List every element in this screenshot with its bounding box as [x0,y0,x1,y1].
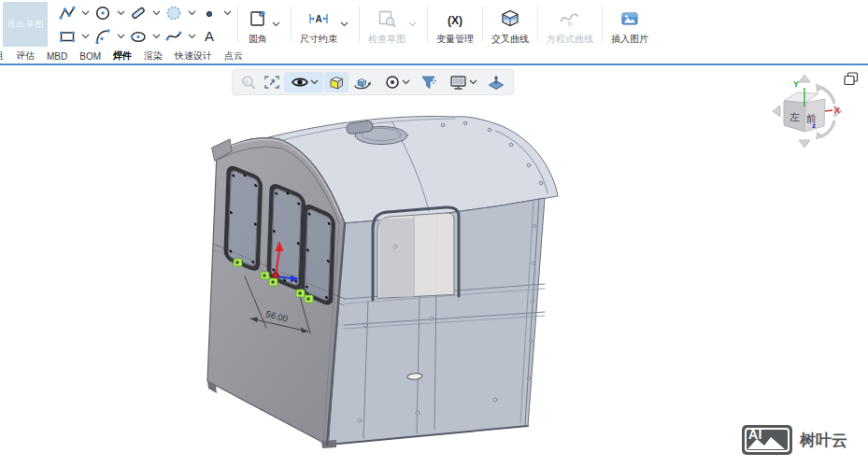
check-sketch-icon [376,4,398,30]
variable-manager-group[interactable]: (X) 变量管理 [430,0,480,49]
arc-dropdown-chevron[interactable] [114,25,127,48]
view-cube-left-label[interactable]: 左 [790,111,800,122]
visibility-eye-button[interactable] [284,72,323,92]
arc-tool-icon[interactable] [92,25,114,48]
ellipse-dropdown-chevron[interactable] [149,25,163,48]
model-3d[interactable]: 56.00 [207,116,558,448]
ribbon-separator [359,7,360,42]
ribbon-separator [602,7,603,42]
watermark: AI 树叶云 [742,425,847,455]
fillet-dropdown-chevron[interactable] [269,13,282,35]
spline-tool-icon[interactable] [163,25,185,48]
tab-render[interactable]: 渲染 [144,50,163,63]
view-toolbar [232,69,514,95]
section-view-button[interactable] [484,72,508,92]
shaded-view-cube-button[interactable] [324,72,349,92]
dimension-constraint-group[interactable]: A 尺寸约束 [293,0,357,49]
check-sketch-dropdown-chevron [406,13,419,35]
insert-image-group[interactable]: 插入图片 [605,0,655,49]
text-tool-glyph: A [205,27,214,46]
restore-window-icon[interactable] [845,73,858,85]
fillet-label: 圆角 [249,33,267,46]
tab-clipped[interactable]: 组 [0,50,4,63]
front-window-1[interactable] [226,166,261,271]
watermark-mountain-icon [742,425,792,455]
tab-rapid-design[interactable]: 快速设计 [175,50,212,63]
rectangle-tool-icon[interactable] [56,25,78,48]
ribbon-separator [237,7,238,42]
door-interior-shadow [379,219,413,297]
intersection-curve-label: 交叉曲线 [491,33,529,46]
ribbon: 退出草图 [0,0,868,49]
insert-image-icon [619,4,641,30]
display-monitor-button[interactable] [442,72,483,92]
tab-evaluate[interactable]: 评估 [16,50,35,63]
point-dropdown-chevron[interactable] [221,2,234,24]
insert-image-label: 插入图片 [611,33,648,46]
zoom-magnifier-icon [237,72,260,92]
viewport-3d[interactable]: 56.00 [0,65,868,467]
zoom-to-fit-button[interactable] [261,72,283,92]
check-sketch-group: 检查草图 [362,0,425,49]
variable-glyph: (X) [448,11,462,30]
base-foot-front [321,440,336,448]
selection-filter-button[interactable] [417,72,441,92]
eye-dropdown-chevron [310,79,319,85]
rectangle-dropdown-chevron[interactable] [78,25,92,48]
ribbon-tabs: 组 评估 MBD BOM 焊件 渲染 快速设计 点云 [0,49,868,64]
slot-tool-icon[interactable] [127,2,149,24]
display-dropdown-chevron [469,79,477,85]
point-tool-icon[interactable] [198,2,221,24]
polyline-tool-icon[interactable] [56,2,78,24]
exit-sketch-button[interactable]: 退出草图 [3,2,48,47]
dimension-constraint-label: 尺寸约束 [300,33,337,46]
axis-y-label: Y [793,79,799,89]
dimension-dropdown-chevron[interactable] [337,13,350,35]
equation-curve-icon: fx [558,4,582,30]
svg-text:A: A [315,13,321,23]
tab-bom[interactable]: BOM [79,51,101,62]
equation-curve-label: 方程式曲线 [547,33,593,46]
view-orientation-chevron [402,79,410,85]
construction-circle-dropdown-chevron[interactable] [185,2,198,24]
variable-manager-label: 变量管理 [436,33,474,46]
text-tool-icon[interactable]: A [198,25,221,48]
fillet-icon [247,4,269,30]
scene-svg: 56.00 [0,65,868,467]
watermark-brand: 树叶云 [800,430,847,451]
spline-dropdown-chevron[interactable] [185,25,198,48]
ribbon-separator [482,7,483,42]
sketch-tools-group: A [56,1,234,49]
tab-weldments[interactable]: 焊件 [113,50,132,63]
fillet-group[interactable]: 圆角 [240,0,289,49]
dimension-constraint-icon: A [306,4,331,30]
polyline-dropdown-chevron[interactable] [78,2,92,24]
view-orientation-button[interactable] [377,72,416,92]
axis-x-line [825,110,832,111]
equation-curve-group: fx 方程式曲线 [540,0,600,49]
view-cube[interactable]: 左 前 Y X z [773,75,842,148]
intersection-curve-group[interactable]: 交叉曲线 [485,0,535,49]
tab-mbd[interactable]: MBD [47,51,67,62]
ribbon-separator [537,7,538,42]
axis-z-label: z [812,121,816,130]
circle-tool-icon[interactable] [92,2,114,24]
ellipse-tool-icon[interactable] [127,25,149,48]
ribbon-separator [427,7,428,42]
front-window-3[interactable] [303,205,334,305]
svg-text:fx: fx [567,21,573,27]
check-sketch-label: 检查草图 [368,33,406,46]
circle-dropdown-chevron[interactable] [114,2,127,24]
rotate-view-button[interactable] [349,72,376,92]
variable-manager-icon: (X) [448,4,462,30]
axis-x-label: X [834,106,840,115]
slot-dropdown-chevron[interactable] [149,2,163,24]
construction-circle-tool-icon[interactable] [163,2,185,24]
intersection-curve-icon [499,4,521,30]
ribbon-separator [291,7,292,42]
tab-point-cloud[interactable]: 点云 [224,50,243,63]
watermark-logo: AI [742,425,792,455]
